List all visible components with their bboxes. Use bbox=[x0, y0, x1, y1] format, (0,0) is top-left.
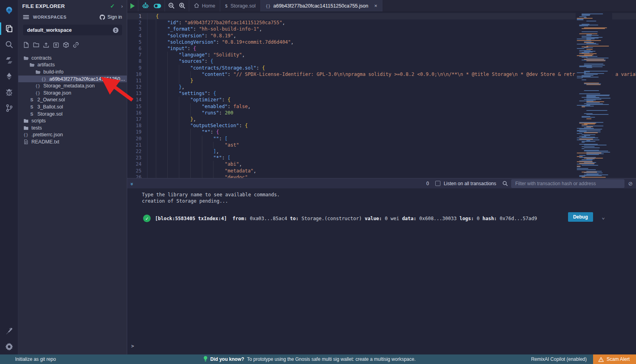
github-sign-in[interactable]: Sign in bbox=[99, 14, 122, 20]
panel-title: FILE EXPLORER bbox=[22, 3, 110, 9]
code-text: }, bbox=[156, 116, 196, 122]
debugger-icon[interactable] bbox=[0, 84, 18, 100]
solidity-compiler-icon[interactable] bbox=[0, 52, 18, 68]
tab-home[interactable]: Home bbox=[189, 0, 220, 12]
line-number: 22 bbox=[127, 148, 147, 155]
code-line-16[interactable]: 16"runs": 200 bbox=[127, 110, 636, 116]
code-text: "sources": { bbox=[156, 58, 213, 64]
code-line-7[interactable]: 7"language": "Solidity", bbox=[127, 52, 636, 58]
new-file-icon[interactable] bbox=[23, 42, 29, 50]
deploy-and-run-icon[interactable] bbox=[0, 68, 18, 84]
code-line-20[interactable]: 20"": [ bbox=[127, 136, 636, 142]
tree-item-scripts[interactable]: scripts bbox=[18, 117, 127, 124]
code-line-5[interactable]: 5"solcLongVersion": "0.8.19+commit.7dd6d… bbox=[127, 39, 636, 45]
file-explorer-icon[interactable] bbox=[0, 21, 18, 37]
git-init-status[interactable]: Initialize as git repo bbox=[15, 356, 56, 362]
run-script-icon[interactable] bbox=[130, 3, 135, 9]
tab-a69b43f277ba20fcac141151250ca755-json[interactable]: {}a69b43f277ba20fcac141151250ca755.json× bbox=[261, 0, 382, 12]
file-icon bbox=[23, 139, 29, 144]
code-line-26[interactable]: 26"devdoc", bbox=[127, 174, 636, 178]
debug-button[interactable]: Debug bbox=[568, 212, 593, 222]
code-line-11[interactable]: 11} bbox=[127, 77, 636, 84]
search-icon[interactable] bbox=[0, 37, 18, 52]
code-line-17[interactable]: 17}, bbox=[127, 116, 636, 122]
tree-item-tests[interactable]: tests bbox=[18, 124, 127, 132]
terminal-prompt[interactable]: > bbox=[131, 343, 134, 349]
tree-item-3-ballot-sol[interactable]: S3_Ballot.sol bbox=[18, 103, 127, 110]
settings-icon[interactable] bbox=[0, 339, 18, 354]
link-icon[interactable] bbox=[73, 42, 79, 50]
workspace-select[interactable]: default_workspace bbox=[23, 25, 122, 35]
code-line-23[interactable]: 23"*": [ bbox=[127, 155, 636, 161]
code-line-1[interactable]: 1{ bbox=[127, 13, 636, 19]
tree-item-label: scripts bbox=[31, 118, 46, 124]
code-line-10[interactable]: 10"content": "// SPDX-License-Identifier… bbox=[127, 71, 636, 77]
code-line-22[interactable]: 22], bbox=[127, 148, 636, 155]
code-line-8[interactable]: 8"sources": { bbox=[127, 58, 636, 64]
scam-alert-badge[interactable]: Scam Alert bbox=[593, 354, 636, 364]
code-line-18[interactable]: 18"outputSelection": { bbox=[127, 122, 636, 129]
editor-topbar: HomeSStorage.sol{}a69b43f277ba20fcac1411… bbox=[127, 0, 636, 12]
line-number: 2 bbox=[127, 19, 147, 26]
line-number: 16 bbox=[127, 110, 147, 116]
listen-all-transactions-checkbox[interactable] bbox=[435, 181, 440, 186]
close-tab-icon[interactable]: × bbox=[374, 3, 377, 9]
code-line-19[interactable]: 19"*": { bbox=[127, 129, 636, 135]
tree-item-storage-sol[interactable]: SStorage.sol bbox=[18, 110, 127, 118]
expand-terminal-icon[interactable]: » bbox=[129, 182, 135, 184]
check-icon: ✓ bbox=[110, 3, 115, 9]
tree-item-a69b43f277ba20fcac141151250ca7-[interactable]: {}a69b43f277ba20fcac141151250ca7... bbox=[18, 76, 127, 83]
code-text: "enabled": false, bbox=[156, 103, 250, 110]
code-line-13[interactable]: 13"settings": { bbox=[127, 90, 636, 97]
tree-item--prettierrc-json[interactable]: {}.prettierrc.json bbox=[18, 132, 127, 139]
code-line-2[interactable]: 2"id": "a69b43f277ba20fcac141151250ca755… bbox=[127, 19, 636, 26]
code-text: { bbox=[156, 13, 159, 19]
code-line-6[interactable]: 6"input": { bbox=[127, 45, 636, 52]
zoom-in-icon[interactable] bbox=[179, 2, 186, 9]
tree-item-label: 2_Owner.sol bbox=[37, 97, 65, 103]
minimap[interactable] bbox=[576, 12, 612, 178]
transaction-log-row[interactable]: ✓ [block:5583405 txIndex:4] from: 0xa03.… bbox=[143, 215, 636, 222]
expand-tx-details-icon[interactable]: ⌄ bbox=[602, 214, 605, 220]
code-line-9[interactable]: 9"contracts/Storage.sol": { bbox=[127, 65, 636, 71]
collapse-panel-icon[interactable]: › bbox=[121, 3, 123, 9]
code-text: } bbox=[156, 77, 193, 84]
code-line-3[interactable]: 3"_format": "hh-sol-build-info-1", bbox=[127, 26, 636, 32]
code-line-14[interactable]: 14"optimizer": { bbox=[127, 97, 636, 103]
ai-copilot-toggle[interactable] bbox=[153, 2, 161, 10]
code-line-25[interactable]: 25"metadata", bbox=[127, 168, 636, 174]
workspace-menu-icon[interactable] bbox=[23, 15, 29, 19]
terminal[interactable]: Type the library name to see available c… bbox=[127, 188, 636, 354]
tree-item-storage-json[interactable]: {}Storage.json bbox=[18, 89, 127, 97]
tx-log-text: [block:5583405 txIndex:4] from: 0xa03...… bbox=[155, 216, 537, 221]
code-text: "settings": { bbox=[156, 90, 216, 97]
code-editor[interactable]: 1{2"id": "a69b43f277ba20fcac141151250ca7… bbox=[127, 12, 636, 178]
tree-item-2-owner-sol[interactable]: S2_Owner.sol bbox=[18, 97, 127, 104]
zoom-out-icon[interactable] bbox=[168, 2, 175, 9]
code-line-4[interactable]: 4"solcVersion": "0.8.19", bbox=[127, 33, 636, 39]
plugin-manager-icon[interactable] bbox=[0, 323, 18, 339]
tree-item-storage-metadata-json[interactable]: {}Storage_metadata.json bbox=[18, 82, 127, 89]
did-you-know-tip: Did you know? To prototype using the Gno… bbox=[204, 356, 416, 363]
clear-console-icon[interactable]: ⊘ bbox=[628, 180, 633, 187]
tab-label: Storage.sol bbox=[231, 3, 256, 9]
tree-item-artifacts[interactable]: artifacts bbox=[18, 62, 127, 69]
code-line-21[interactable]: 21"ast" bbox=[127, 142, 636, 148]
tree-item-build-info[interactable]: build-info bbox=[18, 68, 127, 76]
tree-item-readme-txt[interactable]: README.txt bbox=[18, 138, 127, 145]
upload-folder-icon[interactable] bbox=[53, 42, 59, 50]
ipfs-box-icon[interactable] bbox=[63, 42, 69, 50]
tab-storage-sol[interactable]: SStorage.sol bbox=[220, 0, 261, 12]
code-line-15[interactable]: 15"enabled": false, bbox=[127, 103, 636, 110]
git-icon[interactable] bbox=[0, 100, 18, 116]
new-folder-icon[interactable] bbox=[33, 42, 39, 50]
line-number: 5 bbox=[127, 39, 147, 45]
copilot-status[interactable]: RemixAI Copilot (enabled) bbox=[531, 356, 587, 362]
upload-file-icon[interactable] bbox=[43, 42, 49, 50]
ai-assistant-icon[interactable] bbox=[142, 2, 149, 10]
transaction-filter-input[interactable] bbox=[511, 179, 624, 188]
tree-item-contracts[interactable]: contracts bbox=[18, 54, 127, 62]
code-line-24[interactable]: 24"abi", bbox=[127, 161, 636, 167]
code-line-12[interactable]: 12}, bbox=[127, 84, 636, 90]
workspaces-label: WORKSPACES bbox=[33, 15, 95, 19]
